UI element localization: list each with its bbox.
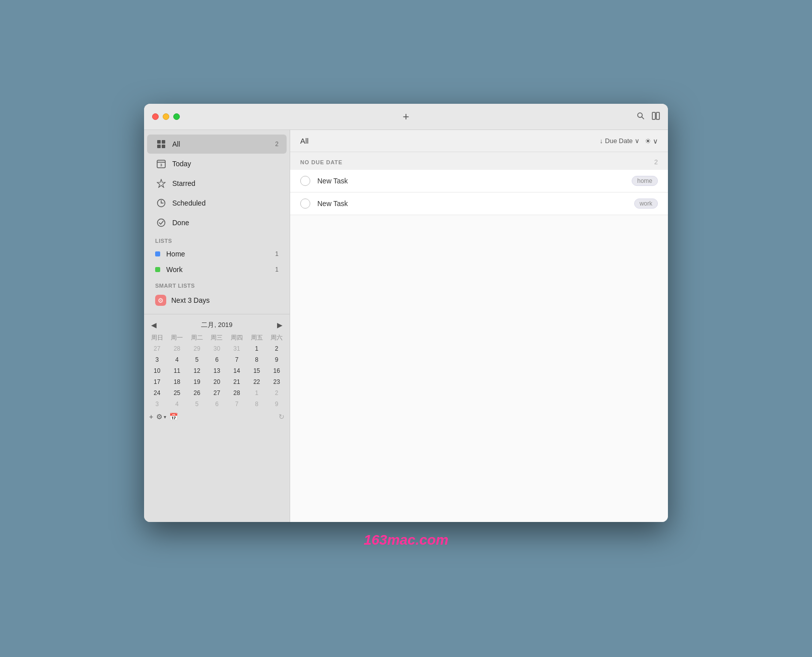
sort-button[interactable]: ↓ Due Date ∨: [600, 137, 640, 145]
calendar-day[interactable]: 15: [247, 365, 267, 376]
sidebar-item-badge: 2: [275, 141, 279, 148]
calendar-day[interactable]: 21: [227, 376, 247, 387]
calendar-weekday: 周四: [227, 333, 247, 343]
calendar-day[interactable]: 7: [227, 354, 247, 365]
calendar-day[interactable]: 28: [227, 387, 247, 399]
sidebar-item-today[interactable]: 3 Today: [147, 154, 287, 173]
sidebar-item-all[interactable]: All 2: [147, 135, 287, 154]
calendar-bottom: + ⚙ ▾ 📅 ↻: [147, 410, 287, 422]
layout-button[interactable]: [652, 112, 660, 122]
sidebar-item-label: Starred: [172, 179, 279, 187]
list-item-work[interactable]: Work 1: [147, 262, 287, 277]
calendar-day[interactable]: 18: [167, 376, 187, 387]
view-arrow-icon: ∨: [653, 137, 658, 145]
minimize-button[interactable]: [163, 113, 169, 120]
calendar-day[interactable]: 31: [227, 343, 247, 354]
calendar-add-button[interactable]: +: [149, 413, 153, 421]
calendar-day[interactable]: 27: [147, 343, 167, 354]
svg-line-1: [642, 117, 644, 119]
search-button[interactable]: [637, 112, 645, 122]
calendar-day[interactable]: 19: [187, 376, 207, 387]
calendar-day[interactable]: 22: [247, 376, 267, 387]
calendar-day[interactable]: 3: [147, 354, 167, 365]
calendar-day[interactable]: 2: [266, 343, 287, 354]
calendar-day[interactable]: 14: [227, 365, 247, 376]
group-title: NO DUE DATE: [300, 159, 654, 165]
calendar-day[interactable]: 7: [227, 399, 247, 410]
calendar-day[interactable]: 24: [147, 387, 167, 399]
calendar-day[interactable]: 6: [207, 354, 227, 365]
calendar-day[interactable]: 17: [147, 376, 167, 387]
calendar-day[interactable]: 11: [167, 365, 187, 376]
sidebar-item-scheduled[interactable]: Scheduled: [147, 193, 287, 213]
calendar-day[interactable]: 8: [247, 399, 267, 410]
smart-list-item-next3days[interactable]: ⚙ Next 3 Days: [147, 291, 287, 309]
sidebar-item-starred[interactable]: Starred: [147, 174, 287, 193]
add-task-button[interactable]: +: [403, 111, 410, 122]
calendar-weekday: 周三: [207, 333, 227, 343]
view-options-button[interactable]: ☀ ∨: [645, 137, 658, 145]
fullscreen-button[interactable]: [173, 113, 180, 120]
task-tag: work: [634, 199, 658, 209]
calendar-day[interactable]: 5: [187, 354, 207, 365]
calendar-day[interactable]: 6: [207, 399, 227, 410]
watermark: 163mac.com: [364, 522, 448, 553]
calendar-day[interactable]: 10: [147, 365, 167, 376]
search-icon: [637, 112, 645, 120]
list-item-home[interactable]: Home 1: [147, 246, 287, 261]
group-count: 2: [654, 158, 658, 166]
calendar-day[interactable]: 28: [167, 343, 187, 354]
list-badge: 1: [275, 266, 279, 273]
svg-rect-4: [157, 140, 161, 144]
sidebar-item-done[interactable]: Done: [147, 213, 287, 232]
calendar-refresh-button[interactable]: ↻: [279, 413, 285, 421]
calendar-day[interactable]: 5: [187, 399, 207, 410]
svg-rect-3: [656, 112, 659, 119]
group-header: NO DUE DATE 2: [290, 152, 668, 170]
task-checkbox[interactable]: [300, 199, 310, 209]
calendar-settings-button[interactable]: ⚙ ▾: [156, 413, 166, 421]
calendar-day[interactable]: 13: [207, 365, 227, 376]
traffic-lights: [152, 113, 180, 120]
done-icon: [155, 217, 167, 229]
sidebar-item-label: All: [172, 140, 275, 148]
calendar-day[interactable]: 16: [266, 365, 287, 376]
calendar-day[interactable]: 25: [167, 387, 187, 399]
sidebar-item-label: Today: [172, 160, 279, 168]
calendar-day[interactable]: 9: [266, 354, 287, 365]
calendar-day[interactable]: 2: [266, 387, 287, 399]
calendar-day[interactable]: 12: [187, 365, 207, 376]
calendar-day[interactable]: 3: [147, 399, 167, 410]
sort-label: Due Date: [605, 137, 633, 145]
calendar-day[interactable]: 9: [266, 399, 287, 410]
content-title: All: [300, 137, 600, 145]
task-checkbox[interactable]: [300, 176, 310, 186]
close-button[interactable]: [152, 113, 159, 120]
calendar-day[interactable]: 20: [207, 376, 227, 387]
calendar-prev-button[interactable]: ◀: [151, 321, 157, 329]
calendar-day[interactable]: 23: [266, 376, 287, 387]
titlebar-right: [637, 112, 660, 122]
calendar-day[interactable]: 4: [167, 399, 187, 410]
svg-point-15: [158, 219, 165, 227]
starred-icon: [155, 177, 167, 189]
sidebar-item-label: Done: [172, 219, 279, 227]
titlebar: +: [144, 104, 668, 130]
smart-list-label: Next 3 Days: [171, 296, 279, 304]
calendar-day[interactable]: 26: [187, 387, 207, 399]
calendar-day[interactable]: 8: [247, 354, 267, 365]
calendar-weekday: 周二: [187, 333, 207, 343]
calendar-day[interactable]: 4: [167, 354, 187, 365]
svg-rect-6: [157, 145, 161, 148]
sort-arrow-icon: ∨: [635, 137, 640, 145]
calendar-day[interactable]: 27: [207, 387, 227, 399]
task-name: New Task: [317, 177, 632, 185]
calendar-view-button[interactable]: 📅: [169, 413, 178, 421]
calendar-day[interactable]: 29: [187, 343, 207, 354]
calendar-day[interactable]: 30: [207, 343, 227, 354]
calendar-next-button[interactable]: ▶: [277, 321, 283, 329]
calendar-day[interactable]: 1: [247, 387, 267, 399]
content-header: All ↓ Due Date ∨ ☀ ∨: [290, 130, 668, 152]
svg-rect-7: [162, 145, 165, 148]
calendar-day[interactable]: 1: [247, 343, 267, 354]
